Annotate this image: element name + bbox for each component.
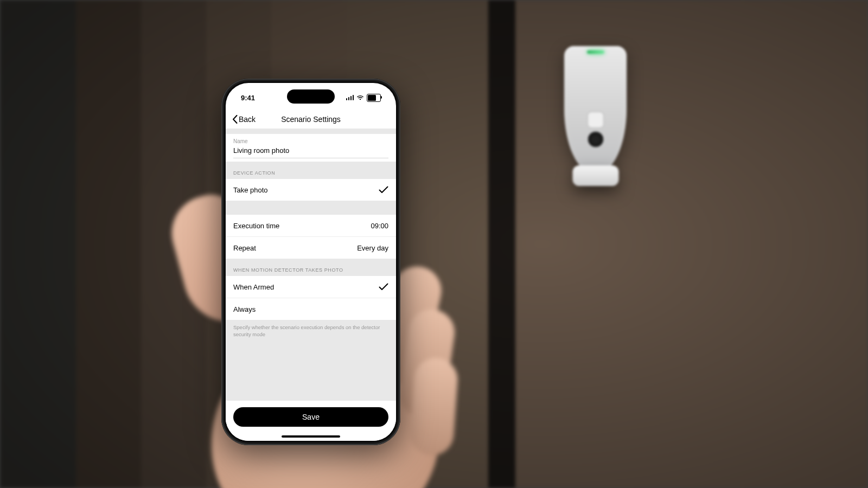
scenario-name-input[interactable] [233,145,388,158]
option-always-label: Always [233,305,256,313]
nav-header: Back Scenario Settings [226,110,396,129]
save-area: Save [226,401,396,441]
checkmark-icon [379,283,388,291]
photo-condition-header: WHEN MOTION DETECTOR TAKES PHOTO [226,259,396,276]
action-take-photo-label: Take photo [233,186,268,194]
page-title: Scenario Settings [281,115,341,124]
execution-time-label: Execution time [233,222,279,230]
execution-time-row[interactable]: Execution time 09:00 [226,215,396,237]
schedule-card: Execution time 09:00 Repeat Every day [226,215,396,259]
name-card: Name [226,134,396,162]
photo-condition-footnote: Specify whether the scenario execution d… [226,320,396,338]
status-time: 9:41 [241,92,255,102]
repeat-row[interactable]: Repeat Every day [226,237,396,259]
device-action-header: DEVICE ACTION [226,162,396,179]
option-when-armed[interactable]: When Armed [226,276,396,298]
option-when-armed-label: When Armed [233,283,274,291]
chevron-left-icon [232,115,238,124]
back-button[interactable]: Back [230,110,258,129]
dynamic-island [287,89,335,104]
home-indicator[interactable] [282,435,340,438]
execution-time-value: 09:00 [371,222,388,230]
spacer [226,338,396,401]
battery-icon [367,94,381,102]
phone-screen: 9:41 Back [226,83,396,441]
cellular-signal-icon [346,95,354,100]
name-field-label: Name [233,138,388,144]
content-scroll[interactable]: Name DEVICE ACTION Take photo [226,129,396,441]
wifi-icon [356,95,364,101]
checkmark-icon [379,186,388,194]
motion-detector-device [564,46,627,174]
repeat-label: Repeat [233,244,256,252]
photo-condition-card: When Armed Always [226,276,396,320]
phone-frame: 9:41 Back [221,79,400,445]
option-always[interactable]: Always [226,298,396,320]
action-take-photo[interactable]: Take photo [226,179,396,201]
repeat-value: Every day [357,244,388,252]
device-action-card: Take photo [226,179,396,201]
back-label: Back [239,115,256,124]
spacer [226,201,396,215]
save-button[interactable]: Save [233,407,388,427]
